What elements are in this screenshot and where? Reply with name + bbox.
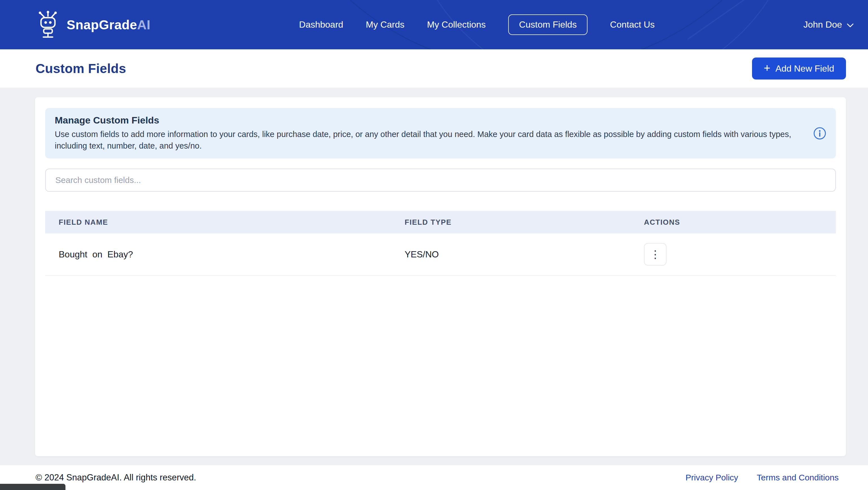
nav-item-custom-fields[interactable]: Custom Fields xyxy=(508,14,588,35)
column-header-field-type: FIELD TYPE xyxy=(391,218,630,227)
table-row: Bought on Ebay? YES/NO ⋮ xyxy=(45,233,836,276)
nav-item-contact-us[interactable]: Contact Us xyxy=(610,15,655,34)
info-banner-body: Manage Custom Fields Use custom fields t… xyxy=(55,115,804,152)
copyright-text: © 2024 SnapGradeAI. All rights reserved. xyxy=(36,472,196,483)
privacy-policy-link[interactable]: Privacy Policy xyxy=(685,473,738,482)
search-input[interactable] xyxy=(45,169,836,192)
nav-item-my-collections[interactable]: My Collections xyxy=(427,15,486,34)
row-actions-button[interactable]: ⋮ xyxy=(644,243,666,266)
terms-and-conditions-link[interactable]: Terms and Conditions xyxy=(757,473,839,482)
robot-icon xyxy=(36,10,60,39)
cell-field-type: YES/NO xyxy=(391,249,630,260)
add-new-field-label: Add New Field xyxy=(775,63,834,74)
info-circle-icon[interactable] xyxy=(813,127,826,140)
cell-field-name: Bought on Ebay? xyxy=(45,249,391,260)
browser-status-bubble xyxy=(0,484,65,490)
brand-logo[interactable]: SnapGradeAI xyxy=(36,10,150,39)
cell-actions: ⋮ xyxy=(630,243,836,266)
add-new-field-button[interactable]: + Add New Field xyxy=(752,58,846,79)
info-banner-description: Use custom fields to add more informatio… xyxy=(55,129,804,152)
plus-icon: + xyxy=(764,62,770,74)
nav-item-my-cards[interactable]: My Cards xyxy=(366,15,404,34)
page-header: Custom Fields + Add New Field xyxy=(0,50,868,88)
main-content: Manage Custom Fields Use custom fields t… xyxy=(0,88,868,465)
custom-fields-card: Manage Custom Fields Use custom fields t… xyxy=(35,97,846,456)
footer-links: Privacy Policy Terms and Conditions xyxy=(685,473,839,482)
brand-name: SnapGradeAI xyxy=(67,17,150,32)
custom-fields-table: FIELD NAME FIELD TYPE ACTIONS Bought on … xyxy=(45,211,836,276)
main-nav: Dashboard My Cards My Collections Custom… xyxy=(150,14,803,35)
user-menu[interactable]: John Doe xyxy=(803,20,854,30)
info-banner-title: Manage Custom Fields xyxy=(55,115,804,126)
kebab-icon: ⋮ xyxy=(650,248,660,261)
user-name: John Doe xyxy=(803,20,842,30)
column-header-actions: ACTIONS xyxy=(630,218,836,227)
footer: © 2024 SnapGradeAI. All rights reserved.… xyxy=(0,465,868,490)
chevron-down-icon xyxy=(846,20,854,30)
nav-item-dashboard[interactable]: Dashboard xyxy=(299,15,343,34)
column-header-field-name: FIELD NAME xyxy=(45,218,391,227)
table-header-row: FIELD NAME FIELD TYPE ACTIONS xyxy=(45,211,836,233)
top-navbar: SnapGradeAI Dashboard My Cards My Collec… xyxy=(0,0,868,50)
page-title: Custom Fields xyxy=(36,61,126,76)
info-banner: Manage Custom Fields Use custom fields t… xyxy=(45,108,836,158)
